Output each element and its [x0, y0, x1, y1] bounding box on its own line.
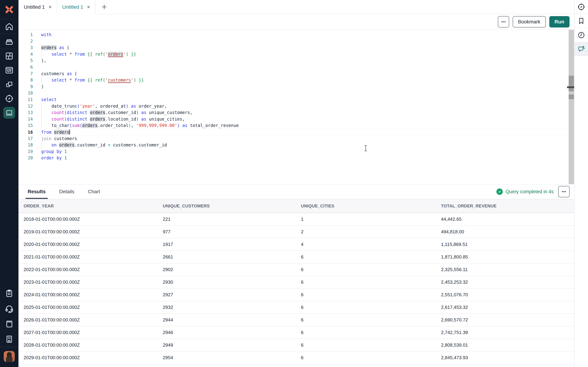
- table-row[interactable]: 2028-01-01T00:00:00.000Z294962,808,539.0…: [18, 339, 574, 351]
- line-number: 16: [18, 129, 33, 135]
- sidebar-item-history-clock[interactable]: [574, 28, 588, 42]
- table-cell: 6: [301, 263, 441, 276]
- code-line[interactable]: 9): [18, 83, 574, 90]
- code-line[interactable]: 5),: [18, 58, 574, 64]
- hex-logo[interactable]: [0, 0, 18, 19]
- code-line[interactable]: 12 date_trunc('year', ordered_at) as ord…: [18, 103, 574, 109]
- results-tab-details[interactable]: Details: [57, 184, 77, 199]
- results-tab-chart[interactable]: Chart: [86, 184, 102, 199]
- table-cell: 1: [301, 213, 441, 225]
- table-cell: 2030-01-01T00:00:00.000Z: [24, 364, 163, 367]
- code-line[interactable]: 1with: [18, 32, 574, 38]
- code-line[interactable]: 18 on orders.customer_id = customers.cus…: [18, 142, 574, 148]
- editor-tab[interactable]: Untitled 1✕: [57, 0, 95, 14]
- table-cell: 2026-01-01T00:00:00.000Z: [24, 314, 163, 326]
- code-text: customers as (: [33, 71, 77, 77]
- line-number: 1: [18, 32, 33, 38]
- table-row[interactable]: 2030-01-01T00:00:00.000Z287961,841,049.3…: [18, 364, 574, 367]
- more-options-button[interactable]: [498, 16, 509, 27]
- close-icon[interactable]: ✕: [87, 5, 90, 9]
- table-cell: 6: [301, 276, 441, 288]
- table-row[interactable]: 2021-01-01T00:00:00.000Z266161,871,800.8…: [18, 251, 574, 263]
- results-tab-results[interactable]: Results: [26, 184, 48, 199]
- column-header[interactable]: TOTAL_ORDER_REVENUE: [441, 199, 574, 213]
- table-cell: 2024-01-01T00:00:00.000Z: [24, 289, 163, 301]
- code-line[interactable]: 10: [18, 90, 574, 96]
- user-avatar[interactable]: [4, 351, 15, 362]
- sidebar-item-dashboard-grid[interactable]: [0, 49, 18, 63]
- code-line[interactable]: 15 to_char(sum(orders.order_total), '999…: [18, 122, 574, 129]
- sidebar-item-archive-drawer[interactable]: [0, 34, 18, 49]
- sidebar-item-home[interactable]: [0, 19, 18, 34]
- editor-tab[interactable]: Untitled 1✕: [18, 0, 57, 14]
- code-line[interactable]: 19group by 1: [18, 148, 574, 155]
- table-cell: 2018-01-01T00:00:00.000Z: [24, 213, 163, 225]
- code-line[interactable]: 13 count(distinct orders.customer_id) as…: [18, 109, 574, 116]
- code-line[interactable]: 7customers as (: [18, 71, 574, 77]
- sidebar-item-clipboard[interactable]: [0, 286, 18, 301]
- table-cell: 2954: [163, 351, 301, 364]
- table-row[interactable]: 2019-01-01T00:00:00.000Z9772494,818.00: [18, 226, 574, 238]
- code-line[interactable]: 17join customers: [18, 135, 574, 142]
- table-cell: 2932: [163, 301, 301, 313]
- sidebar-item-compass[interactable]: [0, 92, 18, 106]
- code-line[interactable]: 11select: [18, 96, 574, 103]
- sidebar-item-code-window[interactable]: [0, 63, 18, 77]
- sidebar-item-book-docs[interactable]: [0, 316, 18, 332]
- sidebar-item-headset-support[interactable]: [0, 301, 18, 316]
- table-cell: 2661: [163, 251, 301, 263]
- table-row[interactable]: 2023-01-01T00:00:00.000Z293062,453,253.3…: [18, 276, 574, 289]
- editor-scrollbar[interactable]: [569, 30, 574, 184]
- code-line[interactable]: 6: [18, 64, 574, 71]
- bookmark-button[interactable]: Bookmark: [513, 16, 546, 27]
- code-line[interactable]: 4 select * from {{ ref('orders') }}: [18, 51, 574, 58]
- line-number: 4: [18, 51, 33, 58]
- table-cell: 2944: [163, 314, 301, 326]
- run-button[interactable]: Run: [549, 16, 570, 27]
- check-circle-icon: [496, 188, 503, 195]
- table-row[interactable]: 2018-01-01T00:00:00.000Z221144,442.65: [18, 213, 574, 226]
- code-line[interactable]: 14 count(distinct orders.location_id) as…: [18, 116, 574, 123]
- column-header[interactable]: UNIQUE_CITIES: [301, 199, 441, 213]
- editor-scrollbar-thumb-secondary[interactable]: [569, 94, 574, 99]
- table-cell: 1,115,869.51: [441, 238, 574, 250]
- table-cell: 6: [301, 289, 441, 301]
- ai-assistant-chat-icon: [577, 45, 585, 53]
- table-row[interactable]: 2027-01-01T00:00:00.000Z294662,742,751.3…: [18, 326, 574, 339]
- sql-editor[interactable]: 1with23orders as (4 select * from {{ ref…: [18, 30, 574, 184]
- code-line[interactable]: 3orders as (: [18, 44, 574, 51]
- table-cell: 1,871,800.85: [441, 251, 574, 263]
- sidebar-item-terminal-laptop[interactable]: [0, 106, 18, 120]
- line-number: 15: [18, 122, 33, 129]
- line-number: 10: [18, 90, 33, 96]
- table-row[interactable]: 2029-01-01T00:00:00.000Z295462,845,473.9…: [18, 351, 574, 364]
- text-cursor-pointer: [363, 145, 368, 152]
- code-text: date_trunc('year', ordered_at) as order_…: [33, 103, 167, 109]
- close-icon[interactable]: ✕: [48, 5, 52, 9]
- table-row[interactable]: 2025-01-01T00:00:00.000Z293262,617,453.3…: [18, 301, 574, 314]
- code-line[interactable]: 2: [18, 38, 574, 45]
- line-number: 13: [18, 109, 33, 116]
- results-more-button[interactable]: [558, 186, 570, 197]
- table-cell: 221: [163, 213, 301, 225]
- tab-bar: Untitled 1✕Untitled 1✕: [18, 0, 574, 14]
- code-line[interactable]: 8 select * from {{ ref('customers') }}: [18, 77, 574, 83]
- line-number: 18: [18, 142, 33, 148]
- code-line[interactable]: 20order by 1: [18, 155, 574, 161]
- table-row[interactable]: 2020-01-01T00:00:00.000Z191741,115,869.5…: [18, 238, 574, 251]
- column-header[interactable]: ORDER_YEAR: [24, 199, 163, 213]
- table-row[interactable]: 2024-01-01T00:00:00.000Z292762,551,076.7…: [18, 289, 574, 301]
- sidebar-item-windows-stack[interactable]: [0, 77, 18, 92]
- table-row[interactable]: 2022-01-01T00:00:00.000Z290262,325,556.1…: [18, 263, 574, 276]
- new-tab-button[interactable]: [101, 3, 108, 10]
- code-line[interactable]: 16from orders: [18, 129, 574, 135]
- table-cell: 6: [301, 314, 441, 326]
- sidebar-item-compass-explore[interactable]: [574, 0, 588, 14]
- main-column: Untitled 1✕Untitled 1✕ Bookmark Run 1wit…: [18, 0, 574, 367]
- column-header[interactable]: UNIQUE_CUSTOMERS: [163, 199, 301, 213]
- editor-scrollbar-thumb[interactable]: [569, 76, 574, 91]
- table-row[interactable]: 2026-01-01T00:00:00.000Z294462,690,570.7…: [18, 314, 574, 326]
- sidebar-item-building-org[interactable]: [0, 332, 18, 347]
- sidebar-item-ai-assistant-chat[interactable]: [574, 42, 588, 56]
- sidebar-item-bookmark[interactable]: [574, 14, 588, 28]
